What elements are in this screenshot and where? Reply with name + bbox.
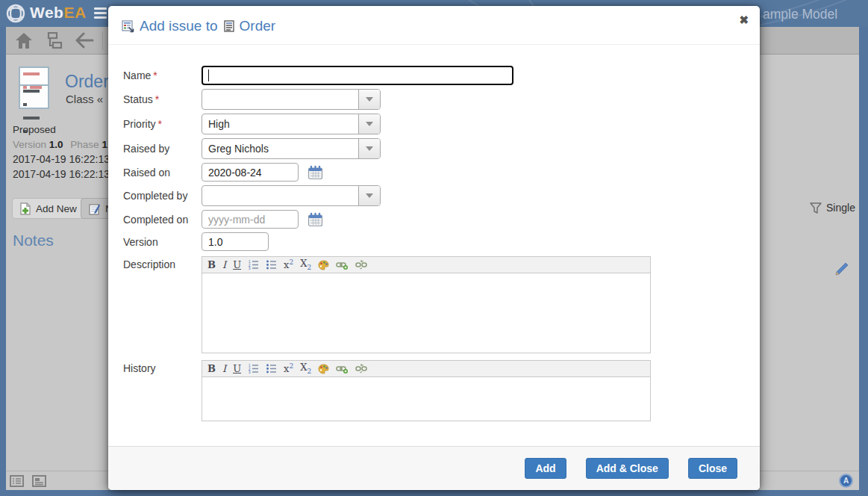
ordered-list-icon[interactable]: 1 2 3 <box>248 260 259 270</box>
completed-by-value <box>202 186 358 205</box>
subscript-button[interactable]: X2 <box>300 362 311 375</box>
history-textarea[interactable] <box>202 376 651 421</box>
form-row-priority: Priority* High <box>123 114 760 134</box>
remove-link-icon[interactable] <box>355 364 368 373</box>
underline-button[interactable]: U <box>233 364 241 373</box>
filter-label: Single <box>826 202 855 214</box>
element-title: Order <box>65 72 109 92</box>
ordered-list-icon[interactable]: 1 2 3 <box>248 364 259 373</box>
user-avatar-badge[interactable]: A <box>839 474 853 488</box>
italic-button[interactable]: I <box>222 364 226 373</box>
completed-on-input[interactable] <box>202 210 299 229</box>
raised-on-calendar-button[interactable] <box>307 165 323 180</box>
font-color-palette-icon[interactable] <box>318 364 329 374</box>
home-icon[interactable] <box>15 32 33 49</box>
completed-by-select[interactable] <box>202 185 381 206</box>
svg-text:3: 3 <box>249 267 251 270</box>
version-input[interactable] <box>202 232 269 251</box>
description-textarea[interactable] <box>202 273 651 353</box>
bullet-list-icon[interactable] <box>266 364 277 373</box>
completed-on-calendar-button[interactable] <box>307 212 323 227</box>
font-color-palette-icon[interactable] <box>318 260 329 270</box>
created-timestamp: 2017-04-19 16:22:13 <box>13 153 110 165</box>
version-label: Version <box>123 236 202 248</box>
history-label: History <box>123 360 202 374</box>
raised-by-value: Greg Nichols <box>202 139 358 158</box>
modified-timestamp: 2017-04-19 16:22:13 <box>13 168 110 180</box>
model-title: ample Model <box>763 7 837 22</box>
raised-by-dropdown-button[interactable] <box>358 139 380 158</box>
calendar-icon <box>307 212 323 227</box>
priority-select[interactable]: High <box>202 114 381 134</box>
history-editor-toolbar: B I U 1 2 3 x2 X2 <box>202 360 651 376</box>
back-arrow-icon[interactable] <box>75 32 94 49</box>
funnel-filter-icon <box>810 202 822 214</box>
name-input[interactable] <box>202 66 513 85</box>
raised-by-select[interactable]: Greg Nichols <box>202 138 381 159</box>
form-row-raised-by: Raised by Greg Nichols <box>123 138 760 159</box>
priority-value: High <box>202 114 358 134</box>
notes-filter[interactable]: Single <box>810 202 855 214</box>
dialog-title-action: Add issue to <box>140 18 218 34</box>
properties-list-icon[interactable] <box>10 475 24 487</box>
priority-dropdown-button[interactable] <box>358 114 380 134</box>
status-select[interactable] <box>202 89 381 110</box>
dialog-form: Name* Status* Priority* High Raised by <box>108 45 760 421</box>
form-row-name: Name* <box>123 66 760 85</box>
completed-by-dropdown-button[interactable] <box>358 186 380 205</box>
status-value <box>202 90 358 109</box>
class-element-icon <box>19 66 49 109</box>
element-status: Proposed <box>13 124 56 135</box>
raised-on-input[interactable] <box>202 163 299 182</box>
bullet-list-icon[interactable] <box>266 260 277 270</box>
priority-label: Priority* <box>123 118 202 130</box>
hamburger-menu-icon[interactable] <box>94 7 107 21</box>
superscript-button[interactable]: x2 <box>284 363 293 373</box>
svg-text:3: 3 <box>249 371 251 373</box>
add-and-close-button[interactable]: Add & Close <box>586 458 669 479</box>
description-editor: B I U 1 2 3 x2 X2 <box>202 256 651 353</box>
underline-button[interactable]: U <box>233 260 241 270</box>
element-meta: Version 1.0 Phase 1 <box>13 139 112 150</box>
italic-button[interactable]: I <box>222 260 226 270</box>
add-page-icon <box>20 202 31 215</box>
bold-button[interactable]: B <box>207 260 216 270</box>
completed-on-label: Completed on <box>123 214 202 226</box>
document-notes-icon[interactable] <box>32 475 46 487</box>
raised-by-label: Raised by <box>123 143 202 155</box>
subscript-button[interactable]: X2 <box>300 258 311 271</box>
add-issue-dialog: Add issue to Order ✖ Name* Status* <box>108 6 760 490</box>
chevron-down-icon <box>366 146 373 151</box>
dialog-header: Add issue to Order ✖ <box>108 6 760 45</box>
name-label: Name* <box>123 69 202 81</box>
webea-brand: WebEA <box>30 4 87 22</box>
brand-ea: EA <box>63 4 86 21</box>
edit-pencil-icon[interactable] <box>834 262 849 277</box>
form-row-status: Status* <box>123 89 760 110</box>
status-dropdown-button[interactable] <box>358 90 380 109</box>
add-button[interactable]: Add <box>525 458 566 479</box>
completed-by-label: Completed by <box>123 190 202 202</box>
bold-button[interactable]: B <box>207 364 216 373</box>
toolbar-separator <box>102 31 103 50</box>
version-value: 1.0 <box>49 139 63 150</box>
insert-link-icon[interactable] <box>336 364 349 373</box>
browser-tree-icon[interactable] <box>45 32 64 49</box>
required-mark: * <box>153 69 157 81</box>
raised-on-label: Raised on <box>123 167 202 179</box>
notes-icon <box>89 202 101 215</box>
close-icon[interactable]: ✖ <box>739 13 749 27</box>
chevron-down-icon <box>366 97 373 102</box>
text-caret <box>208 69 209 81</box>
history-editor: B I U 1 2 3 x2 X2 <box>202 360 651 421</box>
description-label: Description <box>123 256 202 270</box>
insert-link-icon[interactable] <box>336 260 349 270</box>
notes-heading: Notes <box>13 232 54 249</box>
add-new-button[interactable]: Add New <box>12 198 85 219</box>
close-button[interactable]: Close <box>688 458 737 479</box>
remove-link-icon[interactable] <box>355 260 368 270</box>
dialog-title-target: Order <box>240 18 276 34</box>
phase-value: 1 <box>102 139 107 150</box>
chevron-down-icon <box>366 122 373 126</box>
superscript-button[interactable]: x2 <box>284 259 293 270</box>
